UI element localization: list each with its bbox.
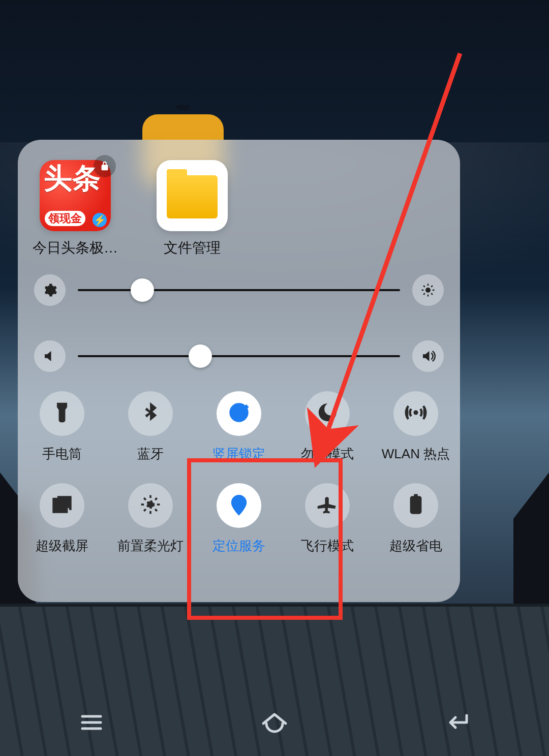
recent-apps-row: 头条 领现金 ⚡ 今日头条极… 文件管理	[37, 160, 230, 258]
app-artwork-badge: 领现金	[45, 211, 85, 226]
toggle-label: 前置柔光灯	[117, 537, 184, 555]
svg-line-5	[423, 286, 425, 287]
app-label: 文件管理	[164, 238, 221, 258]
slider-thumb[interactable]	[131, 278, 154, 302]
飞行模式-icon	[316, 493, 339, 518]
recent-app-toutiao[interactable]: 头条 领现金 ⚡ 今日头条极…	[37, 160, 113, 258]
toggle-label: 超级省电	[389, 537, 442, 555]
toggle-icon-circle	[128, 483, 173, 528]
app-tile: 头条 领现金 ⚡	[40, 160, 111, 231]
slider-thumb[interactable]	[189, 344, 212, 368]
toggle-前置柔光灯[interactable]: 前置柔光灯	[106, 483, 195, 555]
svg-line-19	[144, 498, 146, 500]
home-button[interactable]	[259, 710, 290, 737]
toggle-label: 蓝牙	[137, 445, 164, 463]
svg-point-0	[425, 288, 431, 293]
toggle-label: 飞行模式	[301, 537, 354, 555]
svg-rect-10	[236, 412, 242, 417]
toggle-定位服务[interactable]: 定位服务	[195, 483, 283, 555]
menu-icon	[76, 710, 107, 735]
toggle-icon-circle	[305, 483, 350, 528]
navigation-bar	[0, 691, 549, 756]
settings-button[interactable]	[34, 274, 66, 306]
auto-brightness-button[interactable]	[412, 274, 444, 306]
toggle-icon-circle: S	[393, 483, 438, 528]
volume-low-icon	[42, 349, 57, 364]
toggle-icon-circle	[128, 391, 173, 436]
svg-line-22	[155, 498, 157, 500]
svg-point-11	[413, 410, 418, 415]
定位服务-icon	[228, 493, 250, 518]
brightness-slider[interactable]	[78, 289, 400, 291]
volume-slider-row	[34, 340, 444, 372]
toggle-label: 竖屏锁定	[212, 445, 265, 463]
toggle-手电筒[interactable]: 手电筒	[18, 391, 106, 463]
svg-line-20	[155, 509, 157, 511]
toggle-超级截屏[interactable]: S超级截屏	[18, 483, 106, 555]
svg-text:S: S	[414, 500, 419, 510]
mute-button[interactable]	[34, 340, 66, 372]
svg-point-23	[236, 500, 241, 506]
toggle-蓝牙[interactable]: 蓝牙	[106, 391, 195, 463]
svg-line-6	[431, 293, 433, 295]
toggle-label: 超级截屏	[36, 537, 88, 555]
svg-line-7	[423, 293, 425, 295]
前置柔光灯-icon	[139, 493, 162, 518]
超级截屏-icon: S	[51, 493, 73, 518]
toggle-icon-circle: S	[40, 483, 84, 528]
quick-toggles-grid: 手电筒蓝牙竖屏锁定勿扰模式WLAN 热点S超级截屏前置柔光灯定位服务飞行模式S超…	[18, 391, 460, 555]
toggle-icon-circle	[217, 391, 261, 436]
蓝牙-icon	[139, 401, 162, 426]
svg-line-21	[144, 509, 146, 511]
svg-point-14	[147, 501, 154, 508]
gear-icon	[42, 282, 57, 298]
svg-text:S: S	[57, 501, 63, 511]
toggle-飞行模式[interactable]: 飞行模式	[283, 483, 372, 555]
app-artwork-text: 头条	[44, 164, 101, 193]
toggle-label: 定位服务	[212, 537, 265, 555]
toggle-竖屏锁定[interactable]: 竖屏锁定	[195, 391, 283, 463]
recents-button[interactable]	[76, 710, 107, 737]
app-label: 今日头条极…	[33, 238, 118, 258]
svg-line-8	[431, 286, 433, 287]
app-tile	[157, 160, 228, 231]
brightness-slider-row	[34, 274, 444, 306]
volume-slider[interactable]	[78, 355, 400, 357]
toggle-WLAN 热点[interactable]: WLAN 热点	[372, 391, 460, 463]
recent-app-filemanager[interactable]: 文件管理	[154, 160, 230, 258]
toggle-icon-circle	[40, 391, 84, 436]
control-center-panel: 头条 领现金 ⚡ 今日头条极… 文件管理	[18, 140, 460, 602]
超级省电-icon: S	[405, 493, 427, 518]
toggle-勿扰模式[interactable]: 勿扰模式	[283, 391, 372, 463]
back-icon	[442, 710, 473, 735]
volume-max-button[interactable]	[412, 340, 444, 372]
folder-icon	[167, 175, 218, 218]
home-icon	[259, 710, 290, 735]
back-button[interactable]	[442, 710, 473, 737]
手电筒-icon	[51, 401, 73, 426]
toggle-label: 勿扰模式	[301, 445, 354, 463]
toggle-icon-circle	[393, 391, 438, 436]
toggle-超级省电[interactable]: S超级省电	[372, 483, 460, 555]
WLAN 热点-icon	[405, 401, 427, 426]
toggle-label: 手电筒	[42, 445, 82, 463]
toggle-icon-circle	[217, 483, 261, 528]
勿扰模式-icon	[316, 401, 339, 426]
toggle-label: WLAN 热点	[382, 445, 450, 463]
volume-high-icon	[420, 349, 436, 364]
竖屏锁定-icon	[228, 401, 250, 426]
brightness-icon	[420, 282, 436, 298]
lock-icon	[94, 155, 116, 177]
bolt-icon: ⚡	[93, 213, 107, 227]
toggle-icon-circle	[305, 391, 350, 436]
